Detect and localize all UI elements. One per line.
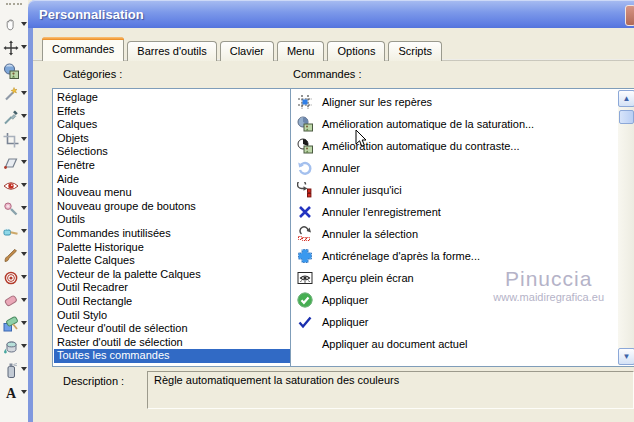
dropper-tool-button[interactable]	[0, 105, 28, 128]
category-item[interactable]: Sélections	[54, 145, 291, 159]
chevron-down-icon[interactable]	[21, 275, 27, 279]
description-label: Description :	[63, 375, 124, 387]
flood-fill-tool-icon	[3, 339, 19, 355]
pan-tool-button[interactable]	[0, 13, 28, 36]
category-item[interactable]: Calques	[54, 118, 291, 132]
scroll-up-icon[interactable]: ▲	[618, 90, 634, 107]
chevron-down-icon[interactable]	[21, 229, 27, 233]
category-item[interactable]: Objets	[54, 132, 291, 146]
tab-barres-outils[interactable]: Barres d'outils	[127, 41, 216, 61]
auto-saturation-icon	[297, 116, 313, 132]
dialog-title: Personnalisation	[39, 7, 144, 22]
close-button[interactable]	[625, 5, 634, 26]
command-label: Annuler jusqu'ici	[322, 184, 402, 196]
tab-menu[interactable]: Menu	[277, 41, 325, 61]
category-item[interactable]: Commandes inutilisées	[54, 227, 291, 241]
chevron-down-icon[interactable]	[21, 206, 27, 210]
command-item[interactable]: Amélioration automatique du contraste...	[292, 135, 618, 157]
text-tool-button[interactable]: A	[0, 381, 28, 404]
command-item[interactable]: Aligner sur les repères	[292, 91, 618, 113]
category-item[interactable]: Outil Stylo	[54, 309, 291, 323]
command-label: Aligner sur les repères	[322, 96, 432, 108]
tab-scripts[interactable]: Scripts	[388, 41, 442, 61]
chevron-down-icon[interactable]	[21, 137, 27, 141]
paint-brush-tool-button[interactable]	[0, 243, 28, 266]
category-item[interactable]: Nouveau groupe de boutons	[54, 200, 291, 214]
category-item[interactable]: Fenêtre	[54, 159, 291, 173]
tab-clavier[interactable]: Clavier	[220, 41, 274, 61]
scroll-down-icon[interactable]: ▼	[618, 348, 634, 365]
commands-scrollbar[interactable]: ▲ ▼	[618, 90, 634, 365]
toothbrush-tool-icon	[3, 224, 19, 240]
category-item[interactable]: Vecteur d'outil de sélection	[54, 322, 291, 336]
toothbrush-tool-button[interactable]	[0, 220, 28, 243]
deform-tool-button[interactable]	[0, 151, 28, 174]
command-item[interactable]: Aperçu plein écran	[292, 267, 618, 289]
dialog-body: Commandes Barres d'outils Clavier Menu O…	[28, 28, 634, 422]
makeover-tool-icon	[3, 201, 19, 217]
dropper-tool-icon	[3, 109, 19, 125]
category-item[interactable]: Aide	[54, 173, 291, 187]
chevron-down-icon[interactable]	[21, 160, 27, 164]
chevron-down-icon[interactable]	[21, 183, 27, 187]
category-item[interactable]: Palette Calques	[54, 254, 291, 268]
category-item[interactable]: Effets	[54, 105, 291, 119]
category-item[interactable]: Palette Historique	[54, 241, 291, 255]
command-item[interactable]: Amélioration automatique de la saturatio…	[292, 113, 618, 135]
command-label: Annuler la sélection	[322, 228, 418, 240]
category-item[interactable]: Outil Recadrer	[54, 281, 291, 295]
chevron-down-icon[interactable]	[21, 344, 27, 348]
command-label: Appliquer au document actuel	[322, 338, 468, 350]
scrollbar-thumb[interactable]	[619, 110, 634, 124]
chevron-down-icon[interactable]	[21, 45, 27, 49]
category-item-selected[interactable]: Toutes les commandes	[54, 349, 291, 363]
deform-tool-icon	[3, 155, 19, 171]
tab-commandes[interactable]: Commandes	[42, 37, 124, 61]
move-tool-button[interactable]	[0, 36, 28, 59]
command-item[interactable]: Annuler l'enregistrement	[292, 201, 618, 223]
commands-listbox[interactable]: Aligner sur les repères Amélioration aut…	[290, 88, 634, 367]
chevron-down-icon[interactable]	[21, 91, 27, 95]
enhance-photo-button[interactable]	[0, 59, 28, 82]
command-item[interactable]: Appliquer	[292, 289, 618, 311]
airbrush-tool-button[interactable]	[0, 358, 28, 381]
category-item[interactable]: Outil Rectangle	[54, 295, 291, 309]
makeover-tool-button[interactable]	[0, 197, 28, 220]
text-tool-icon: A	[3, 385, 19, 401]
svg-text:A: A	[6, 386, 17, 401]
no-icon	[297, 336, 313, 352]
chevron-down-icon[interactable]	[21, 390, 27, 394]
command-item[interactable]: Appliquer au document actuel	[292, 333, 618, 355]
command-item[interactable]: Annuler	[292, 157, 618, 179]
command-item[interactable]: Appliquer	[292, 311, 618, 333]
command-item[interactable]: Anticrénelage d'après la forme...	[292, 245, 618, 267]
target-circles-tool-button[interactable]	[0, 266, 28, 289]
toolbar-grip-handle[interactable]	[6, 3, 22, 9]
chevron-down-icon[interactable]	[21, 252, 27, 256]
command-label: Appliquer	[322, 316, 368, 328]
chevron-down-icon[interactable]	[21, 114, 27, 118]
magic-wand-tool-button[interactable]	[0, 82, 28, 105]
category-item[interactable]: Vecteur de la palette Calques	[54, 268, 291, 282]
category-item[interactable]: Réglage	[54, 91, 291, 105]
eraser-tool-button[interactable]	[0, 289, 28, 312]
app-screen: A Personnalisation Commandes Barres d'ou…	[0, 0, 634, 422]
dialog-titlebar[interactable]: Personnalisation	[28, 0, 634, 28]
red-eye-tool-button[interactable]	[0, 174, 28, 197]
flood-fill-tool-button[interactable]	[0, 335, 28, 358]
category-item[interactable]: Raster d'outil de sélection	[54, 336, 291, 350]
tab-options[interactable]: Options	[327, 41, 385, 61]
chevron-down-icon[interactable]	[21, 22, 27, 26]
category-item[interactable]: Outils	[54, 213, 291, 227]
command-item[interactable]: Annuler jusqu'ici	[292, 179, 618, 201]
category-item[interactable]: Nouveau menu	[54, 186, 291, 200]
command-label: Amélioration automatique de la saturatio…	[322, 118, 534, 130]
crop-tool-button[interactable]	[0, 128, 28, 151]
background-eraser-tool-button[interactable]	[0, 312, 28, 335]
command-item[interactable]: Annuler la sélection	[292, 223, 618, 245]
categories-label: Catégories :	[63, 68, 122, 80]
categories-listbox[interactable]: Réglage Effets Calques Objets Sélections…	[52, 88, 310, 367]
chevron-down-icon[interactable]	[21, 321, 27, 325]
chevron-down-icon[interactable]	[21, 367, 27, 371]
chevron-down-icon[interactable]	[21, 298, 27, 302]
